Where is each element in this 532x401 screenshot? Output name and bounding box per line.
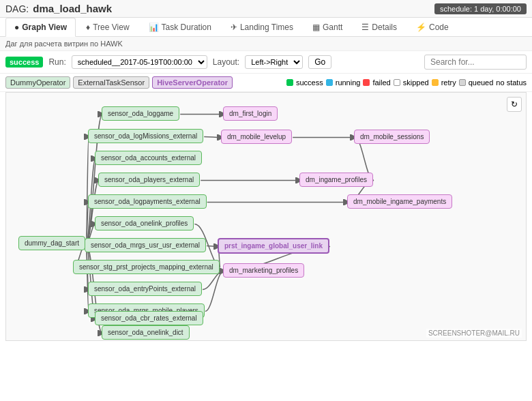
tab-gantt[interactable]: ▦ Gantt xyxy=(304,18,351,36)
layout-label: Layout: xyxy=(213,57,239,67)
tab-graph-label: Graph View xyxy=(22,23,67,32)
legend-running-label: running xyxy=(336,78,361,87)
legend-items: success running failed skipped retry que… xyxy=(286,78,527,87)
dag-node-prst_ingame_global_user_link[interactable]: prst_ingame_global_user_link xyxy=(218,238,329,254)
legend-running-dot xyxy=(326,79,333,86)
tab-task-duration-label: Task Duration xyxy=(162,23,211,32)
gantt-icon: ▦ xyxy=(312,23,320,32)
legend-failed-dot xyxy=(363,79,370,86)
dag-edge-dummy_dag_start-sensor_oda_logMissions_external xyxy=(86,137,89,244)
dag-node-dm_first_login[interactable]: dm_first_login xyxy=(223,106,278,121)
tab-graph[interactable]: ● Graph View xyxy=(5,18,76,37)
legend-retry-dot xyxy=(432,79,439,86)
header-bar: DAG: dma_load_hawk schedule: 1 day, 0:00… xyxy=(0,0,532,18)
sub-header: Даг для расчета витрин по HAWK xyxy=(0,37,532,51)
dag-node-dummy_dag_start[interactable]: dummy_dag_start xyxy=(18,236,85,250)
run-label: Run: xyxy=(48,57,65,67)
graph-area: ↻ SCREENSHOTER@MAIL.RU sensor_oda_loggam… xyxy=(5,92,527,341)
tab-tree[interactable]: ♦ Tree View xyxy=(77,18,138,36)
dag-node-sensor_stg_prst_projects_mapping_external[interactable]: sensor_stg_prst_projects_mapping_externa… xyxy=(73,260,220,274)
dag-node-dm_ingame_profiles[interactable]: dm_ingame_profiles xyxy=(299,173,373,187)
legend-queued-label: queued xyxy=(469,78,494,87)
legend-failed-label: failed xyxy=(372,78,390,87)
layout-select[interactable]: Left->Right xyxy=(245,55,303,69)
tab-details[interactable]: ☰ Details xyxy=(353,18,406,36)
dag-edge-sensor_oda_mrgs_mobile_players-dm_marketing_profiles xyxy=(205,271,224,312)
dag-edge-dummy_dag_start-sensor_oda_mrgs_mobile_players xyxy=(86,244,89,312)
dag-node-dm_mobile_sessions[interactable]: dm_mobile_sessions xyxy=(354,130,430,144)
operator-tags-bar: DummyOperator ExternalTaskSensor HiveSer… xyxy=(0,74,532,92)
legend-no-status-label: no status xyxy=(496,78,527,87)
legend-success-dot xyxy=(286,79,293,86)
code-icon: ⚡ xyxy=(416,23,426,32)
tab-landing-label: Landing Times xyxy=(240,23,293,32)
operator-tags-left: DummyOperator ExternalTaskSensor HiveSer… xyxy=(5,76,233,89)
tab-task-duration[interactable]: 📊 Task Duration xyxy=(140,18,220,36)
tab-tree-label: Tree View xyxy=(93,23,129,32)
dag-node-sensor_oda_cbr_rates_external[interactable]: sensor_oda_cbr_rates_external xyxy=(95,311,203,325)
op-tag-hive[interactable]: HiveServerOperator xyxy=(152,76,233,89)
legend-skipped-dot xyxy=(394,79,400,86)
legend-success-label: success xyxy=(296,78,323,87)
schedule-badge: schedule: 1 day, 0:00:00 xyxy=(434,3,527,14)
dag-edge-sensor_oda_logMissions_external-dm_mobile_levelup xyxy=(204,137,222,138)
dag-label: DAG: xyxy=(5,3,29,14)
dag-node-dm_mobile_levelup[interactable]: dm_mobile_levelup xyxy=(221,130,292,144)
dag-node-sensor_oda_entryPoints_external[interactable]: sensor_oda_entryPoints_external xyxy=(88,282,202,296)
details-icon: ☰ xyxy=(361,23,369,32)
status-badge: success xyxy=(5,57,43,68)
refresh-button[interactable]: ↻ xyxy=(507,97,522,112)
sub-header-text: Даг для расчета витрин по HAWK xyxy=(5,40,123,48)
tab-gantt-label: Gantt xyxy=(323,23,342,32)
watermark: SCREENSHOTER@MAIL.RU xyxy=(426,329,522,338)
graph-icon: ● xyxy=(14,23,19,32)
tab-code[interactable]: ⚡ Code xyxy=(407,18,458,36)
dag-node-sensor_oda_logMissions_external[interactable]: sensor_oda_logMissions_external xyxy=(88,129,203,143)
dag-node-dm_mobile_ingame_payments[interactable]: dm_mobile_ingame_payments xyxy=(347,194,452,209)
search-input[interactable] xyxy=(424,55,527,70)
toolbar: success Run: scheduled__2017-05-19T00:00… xyxy=(0,51,532,74)
legend-retry-label: retry xyxy=(441,78,456,87)
dag-node-sensor_oda_accounts_external[interactable]: sensor_oda_accounts_external xyxy=(95,151,202,165)
dag-edge-dummy_dag_start-sensor_oda_players_external xyxy=(86,181,99,244)
dag-edge-sensor_oda_mrgs_usr_usr_external-prst_ingame_global_user_link xyxy=(207,246,218,247)
dag-node-sensor_oda_onelink_dict[interactable]: sensor_oda_onelink_dict xyxy=(102,325,190,340)
dag-node-sensor_oda_logpayments_external[interactable]: sensor_oda_logpayments_external xyxy=(88,194,207,209)
dag-title: dma_load_hawk xyxy=(33,3,112,14)
nav-tabs: ● Graph View ♦ Tree View 📊 Task Duration… xyxy=(0,18,532,37)
op-tag-external[interactable]: ExternalTaskSensor xyxy=(73,76,149,89)
dag-node-sensor_oda_players_external[interactable]: sensor_oda_players_external xyxy=(98,173,200,187)
op-tag-dummy[interactable]: DummyOperator xyxy=(5,76,70,89)
chart-icon: 📊 xyxy=(149,23,159,32)
landing-icon: ✈ xyxy=(231,23,237,32)
tab-code-label: Code xyxy=(429,23,449,32)
dag-node-sensor_oda_onelink_profiles[interactable]: sensor_oda_onelink_profiles xyxy=(95,216,194,231)
dag-node-sensor_oda_mrgs_usr_usr_external[interactable]: sensor_oda_mrgs_usr_usr_external xyxy=(85,238,206,252)
tab-details-label: Details xyxy=(372,23,397,32)
dag-node-sensor_oda_loggame[interactable]: sensor_oda_loggame xyxy=(102,106,179,121)
run-select[interactable]: scheduled__2017-05-19T00:00:00 xyxy=(72,55,207,69)
dag-node-dm_marketing_profiles[interactable]: dm_marketing_profiles xyxy=(223,263,304,278)
legend-skipped-label: skipped xyxy=(403,78,429,87)
go-button[interactable]: Go xyxy=(308,55,331,69)
tab-landing[interactable]: ✈ Landing Times xyxy=(222,18,302,36)
legend-queued-dot xyxy=(459,79,466,86)
tree-icon: ♦ xyxy=(86,23,90,32)
